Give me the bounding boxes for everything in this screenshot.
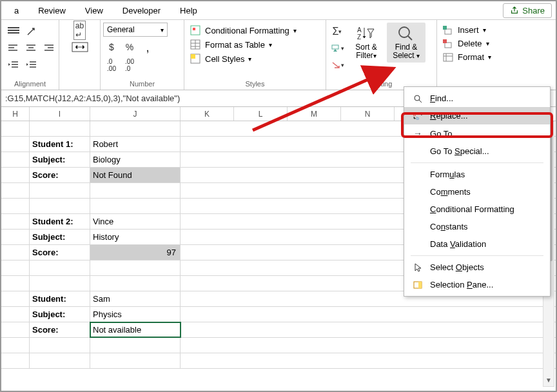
col-m[interactable]: M bbox=[288, 107, 341, 121]
sort-filter-button[interactable]: AZ Sort & Filter▾ bbox=[348, 23, 384, 63]
insert-button[interactable]: Insert ▾ bbox=[440, 24, 489, 36]
menu-help[interactable]: Help bbox=[171, 4, 206, 17]
delete-button[interactable]: Delete ▾ bbox=[440, 37, 492, 50]
find-select-label: Find & Select bbox=[393, 43, 417, 60]
menu-view[interactable]: View bbox=[76, 4, 112, 17]
col-i[interactable]: I bbox=[30, 107, 90, 121]
decrease-decimal-icon[interactable]: .00.0 bbox=[121, 57, 138, 73]
cell-label[interactable]: Score: bbox=[30, 245, 90, 260]
cell-styles-label: Cell Styles bbox=[205, 54, 244, 64]
constants-label: Constants bbox=[430, 222, 468, 231]
percent-icon[interactable]: % bbox=[121, 39, 138, 55]
align-left-icon[interactable] bbox=[5, 41, 22, 56]
find-menu-item[interactable]: Find... bbox=[404, 90, 550, 107]
col-h[interactable]: H bbox=[1, 107, 30, 121]
cell-label[interactable]: Subject: bbox=[30, 152, 90, 167]
cell-value[interactable]: Vince bbox=[90, 214, 181, 229]
format-button[interactable]: Format ▾ bbox=[440, 51, 494, 63]
cell-label[interactable]: Student 2: bbox=[30, 214, 90, 229]
cell-label[interactable]: Subject: bbox=[30, 230, 90, 244]
condfmt-menu-item[interactable]: Conditional Formatting bbox=[404, 201, 550, 218]
find-select-button[interactable]: Find & Select ▾ bbox=[387, 23, 425, 63]
constants-menu-item[interactable]: Constants bbox=[404, 218, 550, 235]
format-as-table-button[interactable]: Format as Table ▾ bbox=[187, 38, 275, 51]
col-k[interactable]: K bbox=[181, 107, 234, 121]
increase-decimal-icon[interactable]: .0.00 bbox=[103, 57, 120, 73]
separator bbox=[411, 255, 543, 256]
cell-label[interactable]: Student 1: bbox=[30, 137, 90, 152]
col-j[interactable]: J bbox=[90, 107, 181, 121]
condfmt-label: Conditional Formatting bbox=[430, 204, 514, 214]
scroll-down-icon[interactable]: ▼ bbox=[543, 377, 554, 386]
conditional-formatting-button[interactable]: Conditional Formatting ▾ bbox=[187, 24, 299, 37]
cursor-icon bbox=[412, 263, 424, 272]
formula-bar-content: :G15,MATCH(J12,A2:A15,0),3),"Not availab… bbox=[5, 93, 180, 103]
cell-value[interactable]: Physics bbox=[90, 307, 181, 322]
cell-value[interactable]: History bbox=[90, 230, 181, 244]
formulas-menu-item[interactable]: Formulas bbox=[404, 166, 550, 183]
currency-icon[interactable]: $ bbox=[103, 39, 120, 55]
comma-icon[interactable]: , bbox=[139, 39, 156, 55]
arrow-right-icon: → bbox=[412, 128, 424, 139]
decrease-indent-icon[interactable] bbox=[5, 57, 22, 73]
delete-label: Delete bbox=[458, 39, 482, 48]
svg-text:Z: Z bbox=[357, 34, 361, 41]
cell-label[interactable]: Score: bbox=[30, 168, 90, 182]
format-table-label: Format as Table bbox=[205, 40, 265, 50]
select-objects-label: Select Objects bbox=[430, 262, 484, 272]
menu-item[interactable]: a bbox=[5, 4, 28, 17]
cell-styles-button[interactable]: Cell Styles ▾ bbox=[187, 52, 254, 65]
cell-value[interactable]: Biology bbox=[90, 152, 181, 167]
cell-label[interactable]: Score: bbox=[30, 322, 90, 337]
goto-label: Go To... bbox=[430, 129, 459, 139]
datavalidation-menu-item[interactable]: Data Validation bbox=[404, 235, 550, 253]
magnify-icon bbox=[397, 25, 415, 42]
format-icon bbox=[442, 53, 454, 62]
cell-styles-icon bbox=[190, 54, 201, 64]
group-label-alignment: Alignment bbox=[4, 80, 56, 88]
pane-icon bbox=[412, 281, 424, 289]
cell-value[interactable]: Sam bbox=[90, 291, 181, 306]
cell-value[interactable]: 97 bbox=[90, 245, 181, 260]
replace-menu-item[interactable]: ab Replace... bbox=[404, 107, 550, 124]
clear-icon[interactable]: ▾ bbox=[329, 57, 346, 73]
align-center-icon[interactable] bbox=[23, 41, 40, 56]
fill-icon[interactable]: ▾ bbox=[329, 41, 346, 56]
cell-label[interactable]: Subject: bbox=[30, 307, 90, 322]
increase-indent-icon[interactable] bbox=[23, 57, 40, 73]
cell-value[interactable]: Not Found bbox=[90, 168, 181, 182]
active-cell[interactable]: Not available bbox=[90, 322, 181, 337]
selection-pane-menu-item[interactable]: Selection Pane... bbox=[404, 276, 550, 293]
goto-menu-item[interactable]: → Go To... bbox=[404, 124, 550, 142]
replace-label: Replace... bbox=[430, 111, 468, 121]
svg-rect-5 bbox=[191, 54, 195, 59]
col-n[interactable]: N bbox=[341, 107, 395, 121]
align-left-big-icon[interactable] bbox=[5, 24, 22, 39]
cell-value[interactable]: Robert bbox=[90, 137, 181, 152]
svg-text:a: a bbox=[413, 112, 416, 117]
share-icon bbox=[510, 6, 519, 15]
comments-menu-item[interactable]: Comments bbox=[404, 183, 550, 201]
svg-rect-14 bbox=[444, 54, 453, 61]
align-right-icon[interactable] bbox=[41, 41, 58, 56]
autosum-icon[interactable]: Σ▾ bbox=[329, 24, 346, 39]
replace-icon: ab bbox=[412, 112, 424, 121]
separator bbox=[411, 162, 543, 163]
merge-center-icon[interactable] bbox=[70, 39, 90, 55]
number-format-select[interactable]: General ▾ bbox=[103, 23, 168, 37]
wrap-text-icon[interactable]: ab↵ bbox=[70, 23, 90, 38]
find-select-dropdown: Find... ab Replace... → Go To... Go To S… bbox=[404, 86, 551, 297]
insert-icon bbox=[442, 26, 454, 35]
comments-label: Comments bbox=[430, 187, 471, 197]
chevron-down-icon: ▾ bbox=[483, 26, 486, 34]
menu-review[interactable]: Review bbox=[29, 4, 75, 17]
col-l[interactable]: L bbox=[234, 107, 288, 121]
share-button[interactable]: Share bbox=[503, 3, 552, 18]
cell-label[interactable]: Student: bbox=[30, 291, 90, 306]
group-label-number: Number bbox=[103, 80, 181, 88]
goto-special-menu-item[interactable]: Go To Special... bbox=[404, 142, 550, 160]
select-objects-menu-item[interactable]: Select Objects bbox=[404, 259, 550, 276]
menu-developer[interactable]: Developer bbox=[113, 4, 170, 17]
insert-label: Insert bbox=[458, 25, 479, 35]
orientation-icon[interactable] bbox=[23, 24, 40, 39]
